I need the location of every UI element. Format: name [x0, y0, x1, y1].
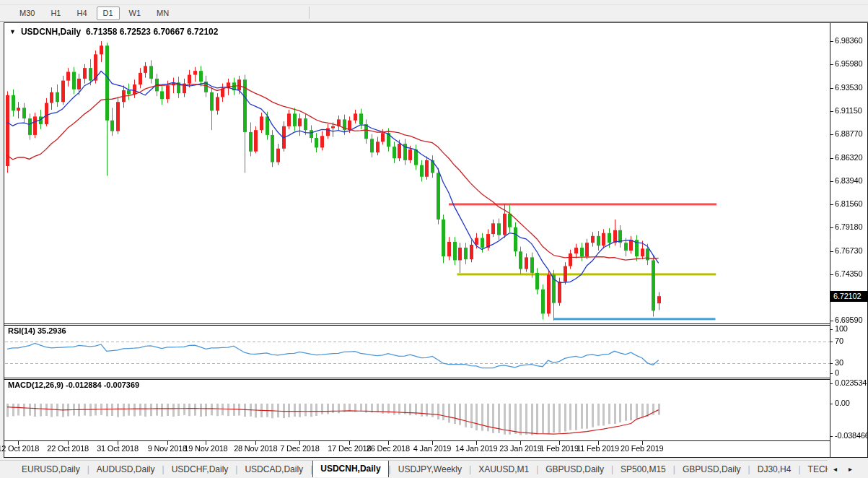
- date-axis-label: 20 Feb 2019: [621, 444, 664, 453]
- date-axis-label: 28 Nov 2018: [234, 444, 277, 453]
- timeframe-toolbar: M30H1H4D1W1MN: [0, 5, 868, 22]
- macd-axis-label: 0.023534: [835, 378, 867, 387]
- macd-axis-label: -0.038466: [835, 431, 868, 440]
- price-axis-label: 6.98360: [835, 36, 862, 45]
- mt4-terminal: M30H1H4D1W1MN ▼USDCNH,Daily 6.71358 6.72…: [0, 0, 868, 478]
- date-axis-label: 22 Oct 2018: [47, 444, 89, 453]
- date-axis-label: 26 Dec 2018: [367, 444, 410, 453]
- price-axis-label: 6.81560: [835, 199, 862, 208]
- date-axis-label: 7 Dec 2018: [280, 444, 319, 453]
- price-axis-label: 6.74350: [835, 269, 862, 278]
- symbol-tab-usdjpy[interactable]: USDJPY,Weekly: [391, 462, 469, 477]
- timeframe-button-mn[interactable]: MN: [150, 6, 175, 20]
- timeframe-button-h1[interactable]: H1: [44, 6, 67, 20]
- price-axis-label: 6.76730: [835, 246, 862, 255]
- macd-axis-label: 0.00: [835, 399, 850, 407]
- price-axis-label: 6.79180: [835, 222, 862, 231]
- price-chart-window: ▼USDCNH,Daily 6.71358 6.72523 6.70667 6.…: [0, 22, 868, 458]
- symbol-tab-bar: EURUSD,Daily|AUDUSD,Daily|USDCHF,Daily|U…: [0, 460, 868, 478]
- symbol-tab-gbpusd[interactable]: GBPUSD,Daily: [675, 462, 748, 477]
- date-axis-label: 14 Jan 2019: [455, 444, 497, 453]
- price-axis-label: 6.91150: [835, 106, 862, 115]
- price-axis-label: 6.93530: [835, 83, 862, 92]
- timeframe-button-m30[interactable]: M30: [13, 6, 41, 20]
- date-axis-label: 23 Jan 2019: [499, 444, 541, 453]
- date-axis-label: 17 Dec 2018: [328, 444, 371, 453]
- date-axis-label: 4 Jan 2019: [413, 444, 451, 453]
- timeframe-button-h4[interactable]: H4: [70, 6, 93, 20]
- symbol-tab-usdcnh[interactable]: USDCNH,Daily: [312, 460, 388, 477]
- price-axis-label: 6.86320: [835, 153, 862, 162]
- price-axis-label: 6.83940: [835, 176, 862, 185]
- upper-toolbar-strip: [0, 0, 868, 5]
- current-price-badge: 6.72102: [830, 291, 868, 302]
- price-axis-label: 6.88770: [835, 129, 862, 138]
- date-axis-label: 9 Nov 2018: [148, 444, 187, 453]
- rsi-indicator-label: RSI(14) 35.2936: [8, 326, 66, 335]
- rsi-axis-label: 70: [835, 336, 843, 345]
- symbol-tab-usdcad[interactable]: USDCAD,Daily: [237, 462, 310, 477]
- timeframe-button-w1[interactable]: W1: [123, 6, 148, 20]
- toolbar-separator: [309, 6, 310, 19]
- main-chart-canvas[interactable]: [0, 22, 868, 458]
- symbol-tab-gbpusd[interactable]: GBPUSD,Daily: [538, 462, 611, 477]
- chart-symbol-label: USDCNH,Daily: [21, 27, 81, 37]
- chart-dropdown-icon[interactable]: ▼: [9, 28, 16, 35]
- chart-ohlc-values: 6.71358 6.72523 6.70667 6.72102: [86, 27, 219, 37]
- price-axis-label: 6.95980: [835, 59, 862, 68]
- symbol-tab-eurusd[interactable]: EURUSD,Daily: [14, 462, 87, 477]
- rsi-axis-label: 0: [835, 368, 839, 377]
- date-axis-label: 19 Nov 2018: [184, 444, 227, 453]
- date-axis-label: 31 Oct 2018: [97, 444, 139, 453]
- tab-scroll-right-icon[interactable]: ▸: [849, 465, 852, 473]
- symbol-tab-sp500[interactable]: SP500,M15: [613, 462, 673, 477]
- rsi-axis-label: 30: [835, 358, 843, 367]
- price-axis-label: 6.69590: [835, 316, 862, 324]
- rsi-axis-label: 100: [835, 324, 848, 333]
- tab-scroll-left-icon[interactable]: ◂: [833, 465, 837, 473]
- chart-title: ▼USDCNH,Daily 6.71358 6.72523 6.70667 6.…: [9, 27, 218, 37]
- symbol-tab-xauusd[interactable]: XAUUSD,M1: [471, 462, 536, 477]
- symbol-tab-dj30[interactable]: DJ30,H4: [750, 462, 799, 477]
- macd-indicator-label: MACD(12,26,9) -0.012884 -0.007369: [8, 381, 139, 389]
- date-axis-label: 1 Feb 2019: [540, 444, 579, 453]
- symbol-tab-audusd[interactable]: AUDUSD,Daily: [89, 462, 162, 477]
- timeframe-button-d1[interactable]: D1: [97, 6, 120, 20]
- date-axis-label: 12 Oct 2018: [0, 444, 39, 453]
- symbol-tab-usdchf[interactable]: USDCHF,Daily: [165, 462, 236, 477]
- date-axis-label: 11 Feb 2019: [577, 444, 619, 453]
- tab-scroll-arrows: ◂ ▸: [828, 460, 868, 478]
